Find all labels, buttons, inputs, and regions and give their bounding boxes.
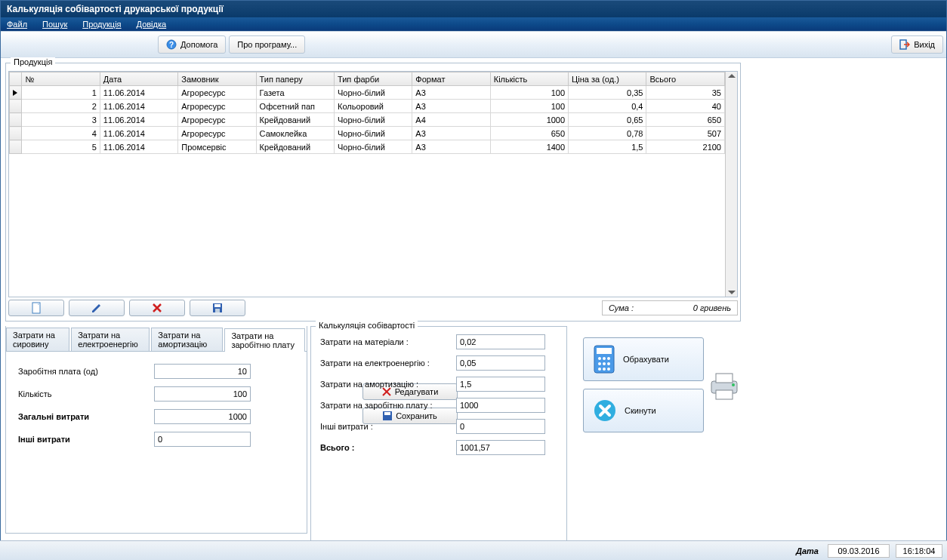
calc-amort-input[interactable] (456, 377, 545, 392)
grid-cell[interactable]: Чорно-білий (334, 140, 412, 154)
svg-point-19 (607, 368, 610, 371)
grid-cell[interactable]: 40 (646, 100, 725, 113)
calc-total-label: Всього : (320, 443, 456, 452)
print-button[interactable] (708, 372, 740, 401)
save-button[interactable] (190, 300, 245, 316)
menu-product[interactable]: Продукція (82, 20, 121, 29)
grid-header[interactable]: Тип паперу (256, 72, 334, 86)
tab-amort[interactable]: Затрати на амортизацію (151, 328, 223, 351)
svg-text:?: ? (169, 41, 174, 49)
sum-value: 0 гривень (693, 303, 731, 312)
grid-cell[interactable]: 35 (646, 86, 725, 100)
table-row[interactable]: 311.06.2014АгроресурсКрейдованийЧорно-бі… (10, 113, 725, 127)
tab-raw[interactable]: Затрати на сировину (6, 328, 69, 351)
grid-cell[interactable]: Крейдований (256, 113, 334, 127)
grid-header[interactable]: Дата (100, 72, 177, 86)
delete-button[interactable] (129, 300, 185, 316)
grid-header[interactable]: Тип фарби (334, 72, 412, 86)
exit-button[interactable]: Вихід (891, 35, 943, 54)
grid-cell[interactable]: 1400 (490, 140, 568, 154)
grid-cell[interactable]: 1 (22, 86, 100, 100)
grid-cell[interactable]: Чорно-білий (334, 127, 412, 140)
calc-elec-label: Затрати на електроенергію : (320, 358, 456, 368)
grid-cell[interactable]: 2100 (646, 140, 725, 154)
grid-cell[interactable]: А4 (412, 113, 490, 127)
edit-button[interactable] (69, 300, 125, 316)
product-grid[interactable]: №ДатаЗамовникТип паперуТип фарбиФорматКі… (9, 72, 725, 297)
grid-cell[interactable]: 11.06.2014 (100, 113, 177, 127)
calc-salary-input[interactable] (456, 398, 545, 413)
grid-cell[interactable]: 11.06.2014 (100, 86, 177, 100)
grid-cell[interactable]: Агроресурс (178, 113, 256, 127)
grid-cell[interactable]: Офсетний пап (256, 100, 334, 113)
window-title-bar: Калькуляція собівартості друкарської про… (1, 1, 946, 17)
new-button[interactable] (8, 300, 64, 316)
grid-cell[interactable]: 0,35 (569, 86, 646, 100)
grid-header[interactable]: Всього (646, 72, 725, 86)
grid-cell[interactable]: 507 (646, 127, 725, 140)
calc-materials-input[interactable] (456, 334, 545, 349)
grid-cell[interactable]: 3 (22, 113, 100, 127)
grid-cell[interactable]: Самоклейка (256, 127, 334, 140)
table-row[interactable]: 111.06.2014АгроресурсГазетаЧорно-білийА3… (10, 86, 725, 100)
grid-cell[interactable]: А3 (412, 140, 490, 154)
grid-cell[interactable]: 11.06.2014 (100, 140, 177, 154)
menu-file[interactable]: Файл (7, 20, 27, 29)
grid-cell[interactable]: 2 (22, 100, 100, 113)
calc-other-input[interactable] (456, 419, 545, 434)
grid-header[interactable]: Замовник (178, 72, 256, 86)
other-input[interactable] (154, 432, 251, 447)
product-legend: Продукція (11, 57, 55, 66)
exit-icon (899, 39, 910, 50)
help-button[interactable]: ? Допомога (158, 35, 226, 54)
grid-cell[interactable]: 100 (490, 100, 568, 113)
calc-salary-label: Затрати на заробітню плату : (320, 401, 456, 410)
calculate-button[interactable]: Обрахувати (583, 337, 704, 381)
menu-help[interactable]: Довідка (137, 20, 167, 29)
grid-cell[interactable]: Агроресурс (178, 86, 256, 100)
grid-cell[interactable]: Агроресурс (178, 100, 256, 113)
grid-cell[interactable]: Промсервіс (178, 140, 256, 154)
grid-cell[interactable]: 650 (490, 127, 568, 140)
grid-cell[interactable]: 100 (490, 86, 568, 100)
grid-cell[interactable]: 4 (22, 127, 100, 140)
table-row[interactable]: 211.06.2014АгроресурсОфсетний папКольоро… (10, 100, 725, 113)
grid-cell[interactable]: Крейдований (256, 140, 334, 154)
total-input[interactable] (154, 409, 251, 424)
table-row[interactable]: 511.06.2014ПромсервісКрейдованийЧорно-бі… (10, 140, 725, 154)
grid-cell[interactable]: А3 (412, 86, 490, 100)
grid-cell[interactable]: 1,5 (569, 140, 646, 154)
grid-cell[interactable]: 1000 (490, 113, 568, 127)
tab-elec[interactable]: Затрати на електроенергію (71, 328, 150, 351)
grid-cell[interactable]: Чорно-білий (334, 86, 412, 100)
calc-other-label: Інші витрати : (320, 422, 456, 431)
calc-elec-input[interactable] (456, 355, 545, 371)
grid-cell[interactable]: 0,78 (569, 127, 646, 140)
table-row[interactable]: 411.06.2014АгроресурсСамоклейкаЧорно-біл… (10, 127, 725, 140)
grid-cell[interactable]: 650 (646, 113, 725, 127)
menu-bar: Файл Пошук Продукція Довідка (1, 17, 946, 31)
grid-cell[interactable]: А3 (412, 100, 490, 113)
grid-cell[interactable]: 0,65 (569, 113, 646, 127)
grid-cell[interactable]: 5 (22, 140, 100, 154)
grid-cell[interactable]: Чорно-білий (334, 113, 412, 127)
menu-search[interactable]: Пошук (42, 20, 67, 29)
grid-header[interactable]: № (22, 72, 100, 86)
grid-cell[interactable]: А3 (412, 127, 490, 140)
calc-total-input[interactable] (456, 440, 545, 455)
grid-cell[interactable]: 11.06.2014 (100, 127, 177, 140)
grid-cell[interactable]: Агроресурс (178, 127, 256, 140)
about-button[interactable]: Про програму... (229, 35, 305, 54)
grid-header[interactable]: Кількість (490, 72, 568, 86)
grid-header[interactable]: Ціна за (од.) (569, 72, 646, 86)
grid-cell[interactable]: Кольоровий (334, 100, 412, 113)
qty-input[interactable] (154, 386, 251, 402)
grid-scrollbar[interactable] (725, 72, 737, 297)
tab-salary[interactable]: Затрати на заробітню плату (224, 328, 305, 352)
grid-cell[interactable]: Газета (256, 86, 334, 100)
grid-cell[interactable]: 0,4 (569, 100, 646, 113)
grid-header[interactable]: Формат (412, 72, 490, 86)
wage-input[interactable] (154, 364, 251, 379)
reset-button[interactable]: Скинути (583, 389, 704, 432)
grid-cell[interactable]: 11.06.2014 (100, 100, 177, 113)
